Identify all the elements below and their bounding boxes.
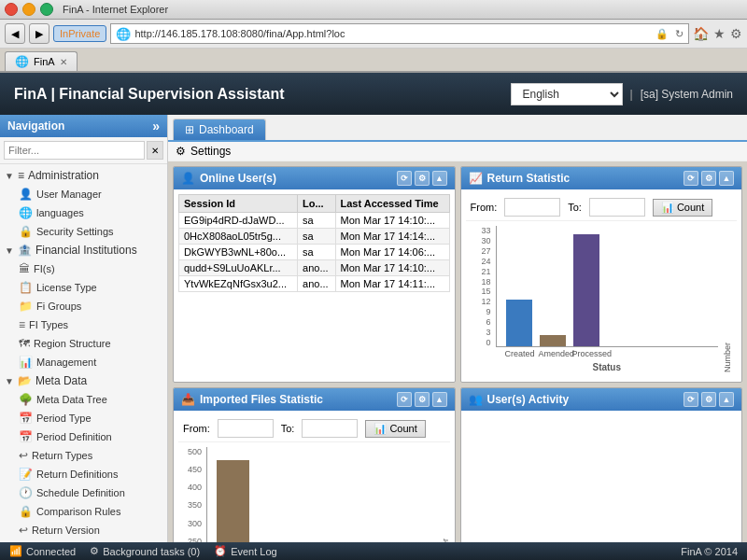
sidebar-item-comparison-rules[interactable]: 🔒 Comparison Rules <box>0 502 167 521</box>
from-label-imported: From: <box>183 423 210 434</box>
group-icon-metadata: 📂 <box>18 374 32 387</box>
cell-login: ano... <box>298 260 335 276</box>
panel-btn-refresh-imported[interactable]: ⟳ <box>397 392 412 407</box>
home-icon[interactable]: 🏠 <box>693 26 709 41</box>
cell-login: sa <box>298 229 335 245</box>
gear-icon-browser[interactable]: ⚙ <box>730 26 742 41</box>
content-area: ⊞ Dashboard ⚙ Settings 👤 Online User(s) … <box>168 115 747 560</box>
filter-bar: ✕ <box>0 137 167 164</box>
browser-close-btn[interactable] <box>5 3 18 16</box>
panel-btn-config-users[interactable]: ⚙ <box>415 171 430 186</box>
event-log-label: Event Log <box>231 546 277 557</box>
browser-max-btn[interactable] <box>40 3 53 16</box>
sidebar: Navigation » ✕ ▼ ≡ Administration 👤 User… <box>0 115 168 560</box>
event-log-icon: ⏰ <box>214 545 227 557</box>
col-login: Lo... <box>298 195 335 213</box>
sidebar-item-fi[interactable]: 🏛 FI(s) <box>0 259 167 278</box>
sidebar-item-region-structure[interactable]: 🗺 Region Structure <box>0 334 167 353</box>
tree-group-header-metadata[interactable]: ▼ 📂 Meta Data <box>0 371 167 390</box>
language-select[interactable]: English Arabic <box>511 83 623 105</box>
panel-header-return-stat: 📈 Return Statistic ⟳ ⚙ ▲ <box>461 167 742 189</box>
sidebar-item-security-settings[interactable]: 🔒 Security Settings <box>0 222 167 241</box>
sidebar-item-fi-groups[interactable]: 📁 Fi Groups <box>0 297 167 315</box>
sidebar-item-period-type[interactable]: 📅 Period Type <box>0 409 167 427</box>
to-input-return[interactable] <box>589 198 645 217</box>
sidebar-item-return-version[interactable]: ↩ Return Version <box>0 521 167 539</box>
panel-btn-config-imported[interactable]: ⚙ <box>415 392 430 407</box>
address-icon: 🌐 <box>116 27 131 41</box>
address-text: http://146.185.178.108:8080/fina/App.htm… <box>134 28 652 39</box>
ssl-icon: 🔒 <box>655 28 669 40</box>
table-row[interactable]: 0HcX808aoL05tr5g... sa Mon Mar 17 14:14:… <box>179 229 450 245</box>
sidebar-item-return-types[interactable]: ↩ Return Types <box>0 446 167 465</box>
sidebar-item-meta-data-tree[interactable]: 🌳 Meta Data Tree <box>0 390 167 409</box>
panel-btn-refresh-return[interactable]: ⟳ <box>684 171 698 186</box>
tab-dashboard[interactable]: ⊞ Dashboard <box>173 119 266 140</box>
panel-body-imported: From: To: 📊 Count 500 450 <box>174 411 455 560</box>
from-input-return[interactable] <box>504 198 560 217</box>
imp-y-300: 300 <box>188 519 202 528</box>
sidebar-item-user-manager[interactable]: 👤 User Manager <box>0 185 167 203</box>
settings-row[interactable]: ⚙ Settings <box>168 142 747 161</box>
to-input-imported[interactable] <box>302 419 358 438</box>
imp-y-500: 500 <box>188 447 202 456</box>
panel-btn-collapse-activity[interactable]: ▲ <box>719 392 734 407</box>
y-val-18: 18 <box>481 277 490 287</box>
sidebar-item-label-license-type: License Type <box>36 282 97 293</box>
from-input-imported[interactable] <box>218 419 274 438</box>
status-copyright: FinA © 2014 <box>681 546 738 557</box>
filter-input[interactable] <box>4 141 145 160</box>
star-icon[interactable]: ★ <box>713 26 726 41</box>
sidebar-item-fi-types[interactable]: ≡ FI Types <box>0 315 167 334</box>
cell-session: YtvWkEZqNfGsx3u2... <box>179 276 298 292</box>
address-bar[interactable]: 🌐 http://146.185.178.108:8080/fina/App.h… <box>110 23 689 44</box>
tree-group-header-financial[interactable]: ▼ 🏦 Financial Institutions <box>0 241 167 259</box>
tab-title: FinA <box>34 56 55 67</box>
count-btn-return[interactable]: 📊 Count <box>653 199 712 217</box>
forward-button[interactable]: ▶ <box>29 23 49 44</box>
panel-btn-collapse-return[interactable]: ▲ <box>719 171 734 186</box>
filter-clear-btn[interactable]: ✕ <box>147 141 163 160</box>
table-row[interactable]: EG9ip4dRD-dJaWD... sa Mon Mar 17 14:10:.… <box>179 213 450 229</box>
count-btn-imported[interactable]: 📊 Count <box>365 420 425 438</box>
back-button[interactable]: ◀ <box>5 23 25 44</box>
table-row[interactable]: qudd+S9LuUoAKLr... ano... Mon Mar 17 14:… <box>179 260 450 276</box>
count-label-return: Count <box>677 202 704 213</box>
panel-online-users: 👤 Online User(s) ⟳ ⚙ ▲ Session Id <box>173 166 456 383</box>
user-manager-icon: 👤 <box>19 188 33 201</box>
sidebar-collapse-btn[interactable]: » <box>152 119 160 133</box>
panel-btn-config-activity[interactable]: ⚙ <box>701 392 716 407</box>
panel-btn-collapse-imported[interactable]: ▲ <box>432 392 447 407</box>
sidebar-item-return-definitions[interactable]: 📝 Return Definitions <box>0 465 167 483</box>
status-event-log[interactable]: ⏰ Event Log <box>214 545 277 557</box>
panel-btn-collapse-users[interactable]: ▲ <box>432 171 447 186</box>
wifi-icon: 📶 <box>9 545 22 557</box>
panel-btn-refresh-users[interactable]: ⟳ <box>397 171 412 186</box>
tree-group-header-administration[interactable]: ▼ ≡ Administration <box>0 166 167 185</box>
panel-body-return: From: To: 📊 Count 33 <box>461 189 742 382</box>
panel-header-left-return: 📈 Return Statistic <box>469 172 571 185</box>
y-axis-label-return: Number <box>723 343 732 372</box>
sidebar-item-period-definition[interactable]: 📅 Period Definition <box>0 427 167 446</box>
chart-icon-imported: 📊 <box>374 423 387 435</box>
tab-close-btn[interactable]: ✕ <box>60 57 67 67</box>
sidebar-item-license-type[interactable]: 📋 License Type <box>0 278 167 297</box>
sidebar-item-languages[interactable]: 🌐 languages <box>0 203 167 222</box>
cell-session: EG9ip4dRD-dJaWD... <box>179 213 298 229</box>
y-val-0: 0 <box>486 338 490 347</box>
cell-time: Mon Mar 17 14:10:... <box>335 213 449 229</box>
refresh-btn-addr[interactable]: ↻ <box>675 28 684 40</box>
fi-icon: 🏛 <box>19 262 30 275</box>
browser-tab-fina[interactable]: 🌐 FinA ✕ <box>5 51 78 71</box>
panel-btn-config-return[interactable]: ⚙ <box>701 171 716 186</box>
sidebar-item-schedule-definition[interactable]: 🕐 Schedule Definition <box>0 483 167 502</box>
browser-min-btn[interactable] <box>22 3 35 16</box>
user-info: [sa] System Admin <box>641 88 733 101</box>
sidebar-item-management[interactable]: 📊 Management <box>0 353 167 371</box>
panel-btn-refresh-activity[interactable]: ⟳ <box>684 392 698 407</box>
status-background-tasks[interactable]: ⚙ Background tasks (0) <box>90 545 200 557</box>
table-row[interactable]: YtvWkEZqNfGsx3u2... ano... Mon Mar 17 14… <box>179 276 450 292</box>
y-val-12: 12 <box>481 297 490 306</box>
table-row[interactable]: DkGWYB3wNL+80o... sa Mon Mar 17 14:06:..… <box>179 245 450 260</box>
content-tab-row: ⊞ Dashboard <box>168 115 747 142</box>
